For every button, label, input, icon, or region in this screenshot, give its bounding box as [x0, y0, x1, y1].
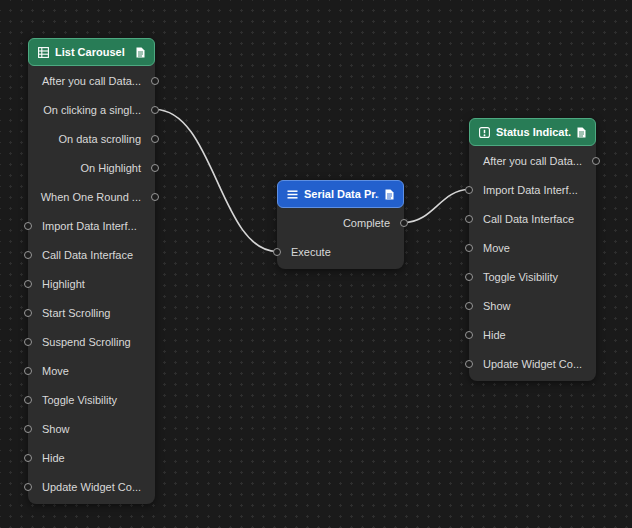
- input-port[interactable]: [24, 222, 32, 230]
- node-list-carousel[interactable]: List Carousel After you call Data... On …: [28, 38, 155, 504]
- node-row: Import Data Interf...: [28, 211, 155, 240]
- node-row: Update Widget Co...: [28, 472, 155, 501]
- wire-serial-to-status[interactable]: [404, 190, 469, 223]
- node-row: After you call Data...: [28, 66, 155, 95]
- output-port[interactable]: [151, 193, 159, 201]
- port-label: Execute: [291, 246, 331, 258]
- node-row: Show: [469, 291, 596, 320]
- input-port[interactable]: [24, 251, 32, 259]
- input-port[interactable]: [24, 454, 32, 462]
- input-port[interactable]: [465, 360, 473, 368]
- input-port[interactable]: [465, 273, 473, 281]
- node-row: Toggle Visibility: [469, 262, 596, 291]
- node-row: Hide: [28, 443, 155, 472]
- port-label: Move: [42, 365, 69, 377]
- port-label: Suspend Scrolling: [42, 336, 131, 348]
- node-row: Execute: [277, 237, 404, 266]
- node-status-indicator[interactable]: Status Indicat... After you call Data...…: [469, 118, 596, 381]
- input-port[interactable]: [24, 338, 32, 346]
- port-label: Show: [42, 423, 70, 435]
- output-port[interactable]: [592, 157, 600, 165]
- node-row: On data scrolling: [28, 124, 155, 153]
- node-row: Hide: [469, 320, 596, 349]
- port-label: Show: [483, 300, 511, 312]
- node-row: Complete: [277, 208, 404, 237]
- input-port[interactable]: [465, 302, 473, 310]
- port-label: Call Data Interface: [483, 213, 574, 225]
- node-row: Highlight: [28, 269, 155, 298]
- input-port[interactable]: [465, 331, 473, 339]
- input-port[interactable]: [24, 483, 32, 491]
- node-row: Update Widget Co...: [469, 349, 596, 378]
- output-port[interactable]: [400, 219, 408, 227]
- node-header[interactable]: Status Indicat...: [469, 118, 596, 146]
- table-list-icon: [38, 47, 49, 58]
- input-port[interactable]: [465, 215, 473, 223]
- input-port[interactable]: [24, 309, 32, 317]
- input-port[interactable]: [24, 367, 32, 375]
- node-body: After you call Data... On clicking a sin…: [28, 66, 155, 504]
- port-label: Highlight: [42, 278, 85, 290]
- node-row: Call Data Interface: [469, 204, 596, 233]
- node-row: Move: [469, 233, 596, 262]
- node-row: When One Round ...: [28, 182, 155, 211]
- port-label: Update Widget Co...: [42, 481, 141, 493]
- port-label: Import Data Interf...: [483, 184, 578, 196]
- node-row: Show: [28, 414, 155, 443]
- node-row: Move: [28, 356, 155, 385]
- node-row: After you call Data...: [469, 146, 596, 175]
- node-row: Call Data Interface: [28, 240, 155, 269]
- node-body: Complete Execute: [277, 208, 404, 269]
- output-port[interactable]: [151, 77, 159, 85]
- input-port[interactable]: [465, 244, 473, 252]
- node-body: After you call Data... Import Data Inter…: [469, 146, 596, 381]
- node-title: Serial Data Pr...: [304, 188, 379, 200]
- port-label: Hide: [483, 329, 506, 341]
- status-icon: [479, 127, 490, 138]
- port-label: On clicking a singl...: [43, 104, 141, 116]
- port-label: Call Data Interface: [42, 249, 133, 261]
- port-label: Toggle Visibility: [42, 394, 117, 406]
- node-graph-canvas[interactable]: List Carousel After you call Data... On …: [0, 0, 632, 528]
- port-label: Toggle Visibility: [483, 271, 558, 283]
- node-row: Start Scrolling: [28, 298, 155, 327]
- node-title: List Carousel: [55, 46, 130, 58]
- node-row: On Highlight: [28, 153, 155, 182]
- port-label: Move: [483, 242, 510, 254]
- port-label: When One Round ...: [41, 191, 141, 203]
- node-header[interactable]: Serial Data Pr...: [277, 180, 404, 208]
- port-label: After you call Data...: [483, 155, 582, 167]
- output-port[interactable]: [151, 135, 159, 143]
- output-port[interactable]: [151, 164, 159, 172]
- file-icon: [385, 189, 394, 200]
- port-label: On data scrolling: [58, 133, 141, 145]
- node-row: Import Data Interf...: [469, 175, 596, 204]
- port-label: Hide: [42, 452, 65, 464]
- wire-carousel-to-serial[interactable]: [155, 110, 277, 252]
- node-row: Suspend Scrolling: [28, 327, 155, 356]
- port-label: After you call Data...: [42, 75, 141, 87]
- port-label: Import Data Interf...: [42, 220, 137, 232]
- input-port[interactable]: [273, 248, 281, 256]
- node-row: Toggle Visibility: [28, 385, 155, 414]
- input-port[interactable]: [24, 396, 32, 404]
- node-title: Status Indicat...: [496, 126, 571, 138]
- port-label: Update Widget Co...: [483, 358, 582, 370]
- file-icon: [577, 127, 586, 138]
- port-label: Complete: [343, 217, 390, 229]
- node-serial-data[interactable]: Serial Data Pr... Complete Execute: [277, 180, 404, 269]
- port-label: On Highlight: [80, 162, 141, 174]
- input-port[interactable]: [24, 280, 32, 288]
- port-label: Start Scrolling: [42, 307, 110, 319]
- node-row: On clicking a singl...: [28, 95, 155, 124]
- input-port[interactable]: [24, 425, 32, 433]
- file-icon: [136, 47, 145, 58]
- serial-lines-icon: [287, 189, 298, 200]
- input-port[interactable]: [465, 186, 473, 194]
- output-port[interactable]: [151, 106, 159, 114]
- node-header[interactable]: List Carousel: [28, 38, 155, 66]
